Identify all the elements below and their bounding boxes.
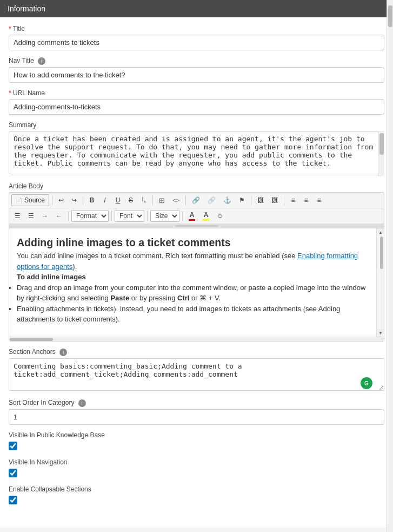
align-right-button[interactable]: ≡ (313, 194, 325, 206)
scroll-down-arrow[interactable]: ▼ (377, 329, 384, 337)
sort-order-input[interactable] (9, 409, 384, 425)
editor-toolbar-row1: 📄 Source ↩ ↪ B I (9, 193, 384, 208)
align-left-button[interactable]: ≡ (287, 194, 299, 206)
page-vscrollbar[interactable] (387, 0, 393, 532)
code-button[interactable]: <> (169, 194, 183, 206)
article-body-group: Article Body 📄 Source ↩ ↪ (9, 182, 384, 341)
nav-title-input[interactable] (9, 67, 384, 83)
visible-public-group: Visible In Public Knowledge Base (9, 431, 384, 452)
toolbar-sep-1 (52, 195, 52, 205)
subscript-button[interactable]: Ix (138, 194, 150, 206)
toolbar-sep-6 (284, 195, 284, 205)
nav-title-label: Nav Title i (9, 57, 384, 65)
strikethrough-button[interactable]: S (125, 194, 137, 206)
align-center-button[interactable]: ≡ (300, 194, 312, 206)
list-unordered-button[interactable]: ☰ (11, 210, 24, 222)
smiley-icon: ☺ (217, 212, 223, 220)
subscript-icon: Ix (142, 196, 146, 204)
align-left-icon: ≡ (291, 196, 295, 204)
url-required-star: * (9, 89, 11, 97)
scroll-up-arrow[interactable]: ▲ (377, 228, 384, 236)
editor-top-indicator (9, 224, 384, 228)
code-icon: <> (172, 197, 179, 203)
title-input[interactable] (9, 35, 384, 50)
toolbar-sep-7 (68, 211, 69, 221)
summary-label: Summary (9, 121, 384, 129)
image-button[interactable]: 🖼 (254, 194, 267, 206)
flag-icon: ⚑ (239, 196, 245, 204)
editor-body: Adding inline images to a ticket comment… (9, 224, 384, 341)
size-select[interactable]: Size (150, 210, 179, 222)
list-ordered-button[interactable]: ☰ (25, 210, 37, 222)
link-button[interactable]: 🔗 (189, 194, 203, 206)
source-button[interactable]: 📄 Source (11, 194, 49, 206)
image2-icon: 🖼 (271, 196, 278, 204)
list-ol-icon: ☰ (28, 212, 34, 220)
align-right-icon: ≡ (317, 196, 321, 204)
url-name-label: * URL Name (9, 89, 384, 97)
undo-button[interactable]: ↩ (55, 194, 67, 206)
editor-list-item-2: Enabling attachments in tickets). Instea… (17, 304, 369, 325)
bold-icon: B (90, 196, 95, 204)
bold-button[interactable]: B (86, 194, 98, 206)
toolbar-sep-4 (185, 195, 186, 205)
summary-textarea[interactable]: Once a ticket has been created and is as… (9, 131, 384, 174)
editor-hscrollbar[interactable] (9, 337, 384, 341)
smiley-button[interactable]: ☺ (214, 210, 227, 222)
bg-color-icon: A (203, 211, 209, 221)
toolbar-sep-3 (152, 195, 153, 205)
editor-main-content[interactable]: Adding inline images to a ticket comment… (9, 228, 376, 337)
page-container: Information * Title Nav Title i * URL Na… (0, 0, 393, 532)
url-name-group: * URL Name (9, 89, 384, 115)
url-name-input[interactable] (9, 99, 384, 115)
sort-order-group: Sort Order In Category i (9, 399, 384, 425)
grammarly-icon: G (361, 377, 372, 389)
editor-heading: Adding inline images to a ticket comment… (17, 235, 369, 251)
title-required-star: * (9, 25, 11, 32)
flag-button[interactable]: ⚑ (236, 194, 248, 206)
font-select[interactable]: Font (115, 210, 144, 222)
image2-button[interactable]: 🖼 (268, 194, 281, 206)
text-color-button[interactable]: A (185, 210, 198, 222)
anchor-button[interactable]: ⚓ (220, 194, 235, 206)
underline-button[interactable]: U (112, 194, 124, 206)
section-anchors-textarea[interactable]: Commenting basics:commenting_basic;Addin… (9, 358, 384, 391)
unlink-button[interactable]: 🔗 (204, 194, 219, 206)
list-ul-icon: ☰ (15, 212, 21, 220)
editor-content-area: Adding inline images to a ticket comment… (9, 228, 384, 337)
outdent-icon: ← (56, 212, 62, 220)
hscroll-thumb[interactable] (10, 338, 53, 341)
editor-vscrollbar[interactable]: ▲ ▼ (376, 228, 384, 337)
text-color-icon: A (189, 211, 195, 221)
editor-list-item-1: Drag and drop an image from your compute… (17, 283, 369, 304)
scroll-track (377, 236, 384, 329)
align-center-icon: ≡ (304, 196, 308, 204)
indent-icon: → (42, 212, 48, 220)
visible-nav-checkbox[interactable] (9, 469, 17, 477)
undo-icon: ↩ (58, 196, 64, 204)
visible-public-label: Visible In Public Knowledge Base (9, 431, 384, 439)
visible-nav-label: Visible In Navigation (9, 458, 384, 466)
unlink-icon: 🔗 (208, 196, 216, 204)
nav-title-group: Nav Title i (9, 57, 384, 83)
enable-collapsable-checkbox[interactable] (9, 496, 17, 504)
indent-button[interactable]: → (38, 210, 51, 222)
information-header: Information (0, 0, 393, 17)
bg-color-button[interactable]: A (199, 210, 212, 222)
outdent-button[interactable]: ← (52, 210, 65, 222)
title-group: * Title (9, 25, 384, 50)
enable-collapsable-label: Enable Collapsable Sections (9, 485, 384, 493)
redo-button[interactable]: ↪ (68, 194, 80, 206)
table-button[interactable]: ⊞ (156, 194, 168, 206)
italic-button[interactable]: I (99, 194, 111, 206)
editor-toolbar-row2: ☰ ☰ → ← Format (9, 208, 384, 224)
editor-list: Drag and drop an image from your compute… (17, 283, 369, 325)
format-select[interactable]: Format (71, 210, 109, 222)
visible-nav-group: Visible In Navigation (9, 458, 384, 479)
toolbar-sep-10 (182, 211, 183, 221)
visible-public-checkbox[interactable] (9, 442, 17, 450)
strikethrough-icon: S (129, 196, 133, 204)
scroll-thumb[interactable] (380, 237, 383, 269)
sort-order-label: Sort Order In Category i (9, 399, 384, 407)
sort-order-info-icon: i (78, 399, 86, 407)
